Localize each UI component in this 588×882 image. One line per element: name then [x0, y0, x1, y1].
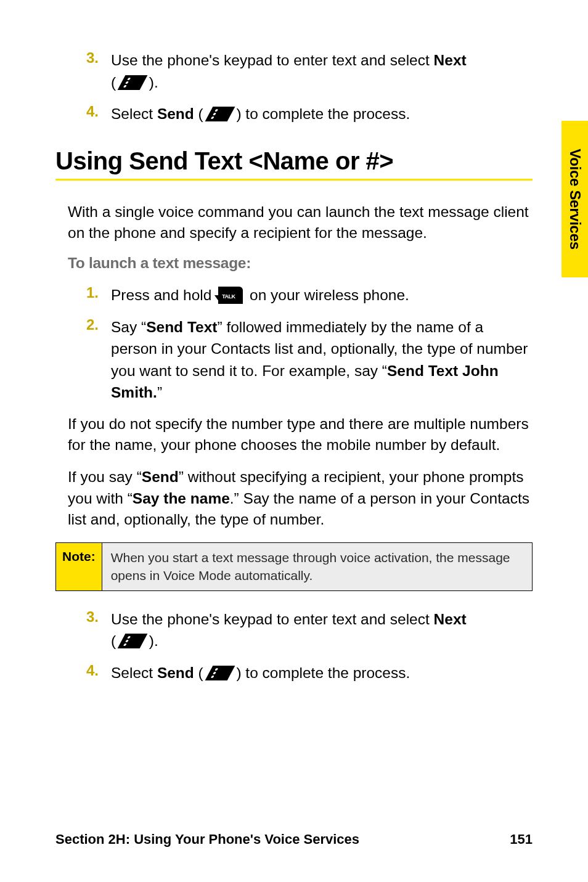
step-number: 4.: [86, 662, 111, 684]
step-number: 3.: [86, 49, 111, 93]
step-number: 4.: [86, 103, 111, 125]
step-text: ”: [157, 384, 162, 401]
heading-underline: [55, 179, 533, 181]
p-bold: Send: [142, 468, 179, 485]
p-text: If you say “: [68, 468, 142, 485]
step-body: Use the phone's keypad to enter text and…: [111, 49, 467, 93]
step-text: Press and hold: [111, 287, 216, 303]
intro-paragraph: With a single voice command you can laun…: [55, 202, 533, 244]
note-box: Note: When you start a text message thro…: [55, 542, 533, 591]
step-text: Select: [111, 664, 157, 681]
phone-icon: [205, 107, 235, 121]
p-bold: Say the name: [133, 490, 230, 507]
step-number: 2.: [86, 316, 111, 404]
phone-icon: [118, 75, 148, 90]
step-body: Select Send ( ) to complete the process.: [111, 662, 410, 684]
footer-page-number: 151: [510, 831, 533, 847]
paren-close: ) to complete the process.: [232, 664, 410, 681]
step-body: Say “Send Text” followed immediately by …: [111, 316, 533, 404]
top-step-3: 3. Use the phone's keypad to enter text …: [55, 49, 533, 93]
page-footer: Section 2H: Using Your Phone's Voice Ser…: [55, 831, 533, 847]
step-number: 1.: [86, 284, 111, 306]
phone-icon: [205, 666, 235, 680]
top-step-4: 4. Select Send ( ) to complete the proce…: [55, 103, 533, 125]
step-2: 2. Say “Send Text” followed immediately …: [55, 316, 533, 404]
phone-icon: [118, 634, 148, 648]
step-text: Use the phone's keypad to enter text and…: [111, 52, 434, 68]
step-bold: Send: [157, 664, 194, 681]
step-body: Press and hold on your wireless phone.: [111, 284, 409, 306]
paren-close: ).: [145, 632, 158, 649]
step-number: 3.: [86, 608, 111, 652]
page-content: 3. Use the phone's keypad to enter text …: [0, 0, 588, 882]
body-paragraph: If you do not specify the number type an…: [55, 414, 533, 456]
step-text: Say “: [111, 319, 146, 335]
step-bold: Send: [157, 105, 194, 122]
subheading: To launch a text message:: [55, 255, 533, 272]
note-label: Note:: [56, 543, 102, 590]
bottom-step-3: 3. Use the phone's keypad to enter text …: [55, 608, 533, 652]
step-text: on your wireless phone.: [245, 287, 409, 303]
step-text: Select: [111, 105, 157, 122]
note-text: When you start a text message through vo…: [102, 543, 532, 590]
step-text: Use the phone's keypad to enter text and…: [111, 611, 434, 627]
bottom-step-4: 4. Select Send ( ) to complete the proce…: [55, 662, 533, 684]
talk-icon: [218, 287, 243, 304]
step-bold: Next: [434, 611, 467, 627]
step-1: 1. Press and hold on your wireless phone…: [55, 284, 533, 306]
step-body: Use the phone's keypad to enter text and…: [111, 608, 467, 652]
step-bold: Next: [434, 52, 467, 68]
paren-close: ) to complete the process.: [232, 105, 410, 122]
section-heading: Using Send Text <Name or #>: [55, 147, 533, 175]
footer-section-label: Section 2H: Using Your Phone's Voice Ser…: [55, 831, 359, 847]
step-body: Select Send ( ) to complete the process.: [111, 103, 410, 125]
step-bold: Send Text: [146, 319, 217, 335]
body-paragraph: If you say “Send” without specifying a r…: [55, 467, 533, 530]
